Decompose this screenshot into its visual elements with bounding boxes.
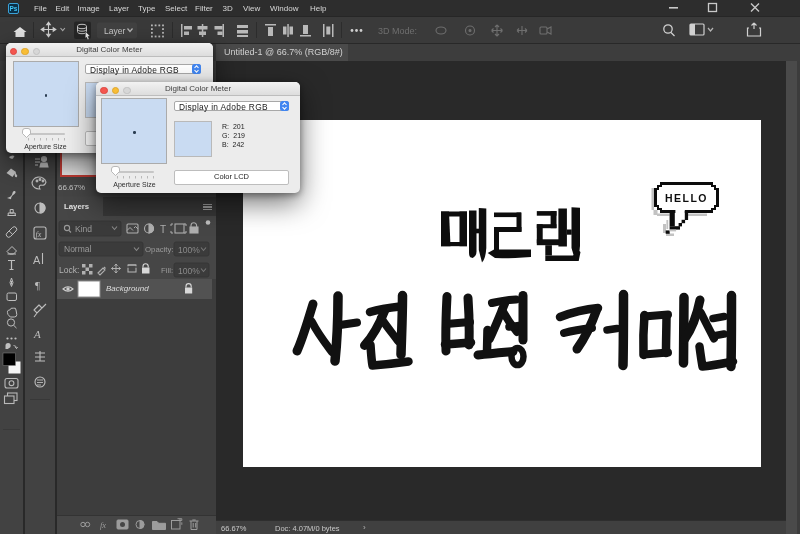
svg-text:HELLO: HELLO bbox=[665, 192, 708, 204]
svg-text:Kind: Kind bbox=[75, 224, 92, 234]
svg-text:100%: 100% bbox=[178, 266, 200, 276]
svg-text:Opacity:: Opacity: bbox=[145, 245, 174, 254]
svg-text:Fill:: Fill: bbox=[161, 266, 173, 275]
svg-text:T: T bbox=[160, 224, 166, 235]
svg-text:Layer: Layer bbox=[104, 26, 125, 36]
svg-text:fx: fx bbox=[100, 520, 106, 530]
svg-text:A: A bbox=[33, 328, 41, 340]
svg-text:fx: fx bbox=[36, 230, 42, 239]
svg-text:3D Mode:: 3D Mode: bbox=[378, 26, 417, 36]
svg-text:Normal: Normal bbox=[64, 244, 92, 254]
svg-text:A: A bbox=[33, 254, 41, 266]
svg-text:Lock:: Lock: bbox=[59, 265, 79, 275]
svg-text:¶: ¶ bbox=[35, 279, 40, 291]
svg-text:100%: 100% bbox=[178, 245, 200, 255]
